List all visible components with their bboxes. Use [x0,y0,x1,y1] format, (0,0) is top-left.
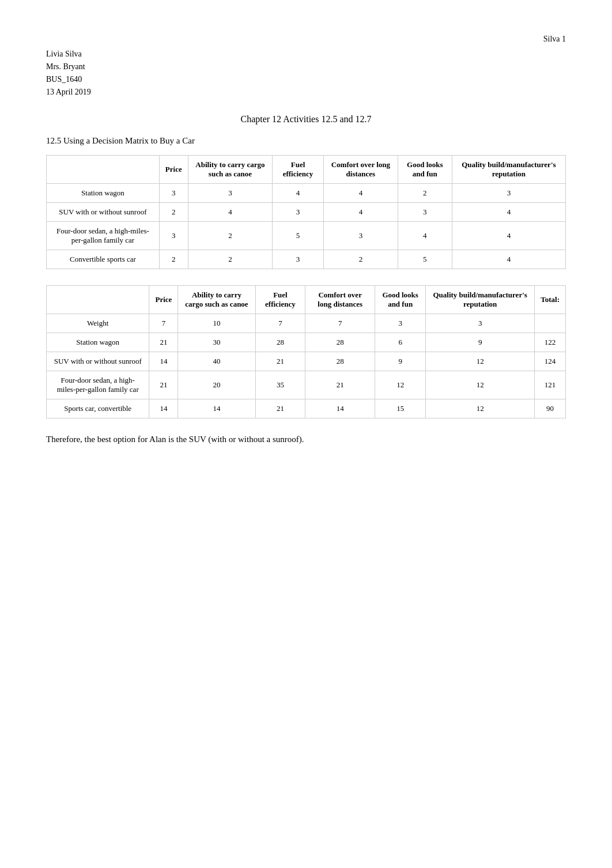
table1-row-3: Convertible sports car223254 [47,250,566,269]
table2-cell-0-1: 7 [149,314,178,333]
conclusion-text: Therefore, the best option for Alan is t… [46,435,566,444]
table2-cell-3-7: 121 [535,371,566,399]
table2-row-3: Four-door sedan, a high-miles-per-gallon… [47,371,566,399]
table1-cell-2-2: 2 [188,222,272,250]
table2-cell-3-1: 21 [149,371,178,399]
table2-cell-3-3: 35 [255,371,305,399]
table2-cell-4-0: Sports car, convertible [47,399,149,418]
table1-col-header-2: Ability to carry cargo such as canoe [188,156,272,184]
table2-cell-1-7: 122 [535,333,566,352]
table1-cell-2-1: 3 [159,222,188,250]
table1-cell-1-6: 4 [452,203,565,222]
table2-col-header-7: Total: [535,286,566,314]
table2-cell-0-4: 7 [305,314,375,333]
table1-col-header-0 [47,156,160,184]
table1-cell-2-5: 4 [398,222,452,250]
table2-cell-1-4: 28 [305,333,375,352]
table2-cell-3-4: 21 [305,371,375,399]
table2-cell-4-3: 21 [255,399,305,418]
table2-cell-0-2: 10 [178,314,255,333]
table1-cell-1-2: 4 [188,203,272,222]
table2-row-4: Sports car, convertible14142114151290 [47,399,566,418]
table1-cell-3-5: 5 [398,250,452,269]
table2-cell-1-6: 9 [426,333,535,352]
table2-cell-1-1: 21 [149,333,178,352]
table2-col-header-4: Comfort over long distances [305,286,375,314]
table1-cell-0-1: 3 [159,184,188,203]
table1-cell-3-1: 2 [159,250,188,269]
table2-cell-2-3: 21 [255,352,305,371]
table1-cell-2-4: 3 [323,222,398,250]
table2-col-header-5: Good looks and fun [375,286,426,314]
table2-cell-1-2: 30 [178,333,255,352]
table1-cell-2-3: 5 [273,222,324,250]
table2-cell-2-5: 9 [375,352,426,371]
table2-cell-2-7: 124 [535,352,566,371]
table1-cell-0-5: 2 [398,184,452,203]
table1-cell-3-2: 2 [188,250,272,269]
table2-cell-4-2: 14 [178,399,255,418]
table2-cell-2-1: 14 [149,352,178,371]
table2-col-header-1: Price [149,286,178,314]
table1-cell-1-0: SUV with or without sunroof [47,203,160,222]
table1-cell-3-3: 3 [273,250,324,269]
chapter-title: Chapter 12 Activities 12.5 and 12.7 [46,114,566,124]
table2-cell-1-3: 28 [255,333,305,352]
table2-cell-3-0: Four-door sedan, a high-miles-per-gallon… [47,371,149,399]
table2-row-1: Station wagon2130282869122 [47,333,566,352]
instructor-name: Mrs. Bryant [46,62,566,71]
author-name: Livia Silva [46,50,566,59]
table2-cell-1-0: Station wagon [47,333,149,352]
table2-cell-0-7 [535,314,566,333]
table1-cell-1-3: 3 [273,203,324,222]
table1-cell-2-6: 4 [452,222,565,250]
table2-cell-2-2: 40 [178,352,255,371]
table1-col-header-3: Fuel efficiency [273,156,324,184]
table2-cell-3-5: 12 [375,371,426,399]
table1-cell-0-6: 3 [452,184,565,203]
decision-matrix-table1: PriceAbility to carry cargo such as cano… [46,155,566,269]
table2-col-header-3: Fuel efficiency [255,286,305,314]
course-code: BUS_1640 [46,75,566,84]
table1-row-1: SUV with or without sunroof243434 [47,203,566,222]
table2-row-0: Weight7107733 [47,314,566,333]
table2-row-2: SUV with or without sunroof1440212891212… [47,352,566,371]
table1-cell-3-0: Convertible sports car [47,250,160,269]
table1-col-header-5: Good looks and fun [398,156,452,184]
table1-cell-0-0: Station wagon [47,184,160,203]
table1-cell-0-3: 4 [273,184,324,203]
table1-col-header-1: Price [159,156,188,184]
page-label: Silva 1 [46,35,566,44]
table2-cell-4-1: 14 [149,399,178,418]
table2-cell-4-4: 14 [305,399,375,418]
table2-cell-0-3: 7 [255,314,305,333]
table1-cell-0-2: 3 [188,184,272,203]
table2-cell-3-2: 20 [178,371,255,399]
table1-col-header-6: Quality build/manufacturer's reputation [452,156,565,184]
table2-cell-4-5: 15 [375,399,426,418]
table2-cell-2-0: SUV with or without sunroof [47,352,149,371]
table2-cell-1-5: 6 [375,333,426,352]
table1-cell-2-0: Four-door sedan, a high-miles-per-gallon… [47,222,160,250]
table1-cell-0-4: 4 [323,184,398,203]
table2-cell-0-6: 3 [426,314,535,333]
table2-cell-0-0: Weight [47,314,149,333]
table2-cell-2-6: 12 [426,352,535,371]
decision-matrix-table2: PriceAbility to carry cargo such as cano… [46,285,566,418]
table2-cell-4-7: 90 [535,399,566,418]
table2-cell-4-6: 12 [426,399,535,418]
table2-col-header-0 [47,286,149,314]
table1-cell-3-4: 2 [323,250,398,269]
submission-date: 13 April 2019 [46,88,566,97]
table1-col-header-4: Comfort over long distances [323,156,398,184]
table1-row-0: Station wagon334423 [47,184,566,203]
table1-row-2: Four-door sedan, a high-miles-per-gallon… [47,222,566,250]
table2-col-header-2: Ability to carry cargo such as canoe [178,286,255,314]
table1-cell-1-5: 3 [398,203,452,222]
table1-cell-3-6: 4 [452,250,565,269]
table2-cell-3-6: 12 [426,371,535,399]
table2-col-header-6: Quality build/manufacturer's reputation [426,286,535,314]
table2-cell-0-5: 3 [375,314,426,333]
table1-cell-1-1: 2 [159,203,188,222]
table1-cell-1-4: 4 [323,203,398,222]
